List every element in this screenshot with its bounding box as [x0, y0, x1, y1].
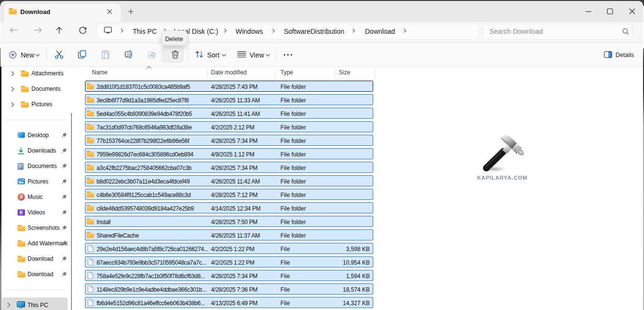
- svg-text:A: A: [126, 52, 129, 57]
